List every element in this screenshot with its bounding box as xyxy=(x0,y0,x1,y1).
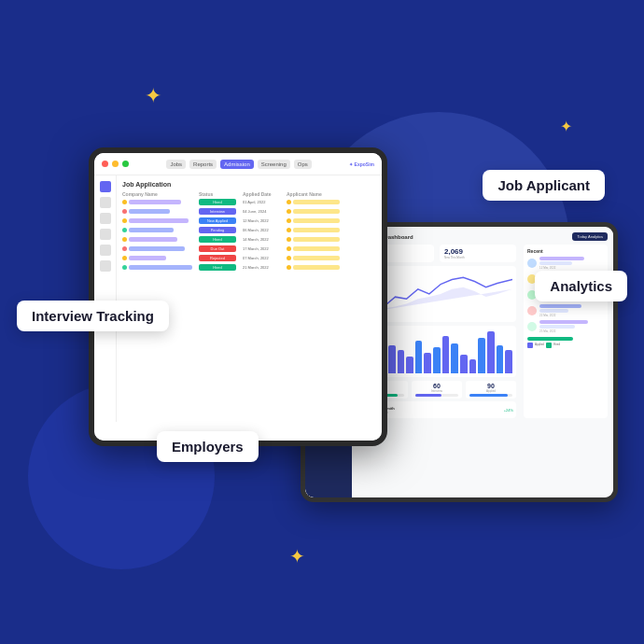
rp-row-4: 22 Mar, 2022 xyxy=(527,304,604,317)
callout-interview-tracking: Interview Tracking xyxy=(17,301,169,331)
name-bar-2 xyxy=(293,218,340,223)
star-top-right: ✦ xyxy=(560,119,572,134)
main-t1: Job Application Company Name Status Appl… xyxy=(117,175,382,422)
table-rows: Hired 01 April, 2022 Interview 04 June, … xyxy=(122,199,376,271)
th-applicant: Applicant Name xyxy=(287,191,343,197)
table-row: New Applied 12 March, 2022 xyxy=(122,217,376,224)
bar-10 xyxy=(451,343,458,373)
callout-interview-text: Interview Tracking xyxy=(32,308,154,324)
table-row: Due Out 17 March, 2022 xyxy=(122,245,376,252)
callout-employers-text: Employers xyxy=(172,439,244,455)
bar-9 xyxy=(442,336,450,373)
date-7: 21 March, 2022 xyxy=(243,265,285,270)
table-row: Hired 14 March, 2022 xyxy=(122,236,376,243)
main-t2: Analytics Dashboard Today Analytics 6,78… xyxy=(352,227,613,497)
bar-15 xyxy=(497,345,504,373)
nav-screening[interactable]: Screening xyxy=(258,160,290,169)
cell-name-1 xyxy=(287,209,343,214)
tab-bar-t1: Jobs Reports Admission Screening Ops ✦ E… xyxy=(94,153,382,175)
date-3: 06 March, 2022 xyxy=(243,228,285,232)
stat-new: 2,069 New This Month xyxy=(440,245,516,262)
bar-12 xyxy=(469,359,477,373)
bar-13 xyxy=(478,338,485,373)
cell-name-4 xyxy=(287,237,343,242)
sidebar-t1 xyxy=(94,175,117,422)
th-status: Status xyxy=(199,191,241,197)
sidebar-icon-4 xyxy=(100,229,111,240)
tablet-job-application: Jobs Reports Admission Screening Ops ✦ E… xyxy=(89,147,387,446)
sidebar-icon-5 xyxy=(100,245,111,256)
table-row: Interview 04 June, 2024 xyxy=(122,208,376,215)
company-dot-4 xyxy=(122,237,127,242)
bar-8 xyxy=(433,347,441,373)
cell-company-7 xyxy=(122,265,197,270)
cell-company-1 xyxy=(122,209,197,214)
date-6: 07 March, 2022 xyxy=(243,256,285,260)
table-row: Hired 01 April, 2022 xyxy=(122,199,376,205)
nav-jobs[interactable]: Jobs xyxy=(166,160,186,169)
name-dot-3 xyxy=(287,228,291,232)
bstat-interview-lbl: Interview xyxy=(415,389,458,393)
status-0: Hired xyxy=(199,199,236,205)
indicator-legend: Applied Hired xyxy=(527,343,604,348)
name-dot-5 xyxy=(287,246,291,251)
cell-name-7 xyxy=(287,265,343,270)
company-dot-1 xyxy=(122,209,127,214)
bar-3 xyxy=(388,345,396,373)
nav-reports[interactable]: Reports xyxy=(189,160,217,169)
date-0: 01 April, 2022 xyxy=(243,200,285,204)
company-bar-3 xyxy=(129,228,174,232)
tl-yellow xyxy=(112,161,119,167)
company-dot-3 xyxy=(122,228,127,232)
bstat-applied: 90 Applied xyxy=(466,381,516,399)
company-dot-2 xyxy=(122,218,127,223)
name-dot-7 xyxy=(287,265,291,270)
company-dot-7 xyxy=(122,265,127,270)
company-dot-5 xyxy=(122,246,127,251)
name-bar-3 xyxy=(293,228,340,232)
name-dot-2 xyxy=(287,218,291,223)
stat-new-val: 2,069 xyxy=(444,247,511,256)
name-dot-1 xyxy=(287,209,291,214)
status-6: Rejected xyxy=(199,255,236,261)
company-bar-2 xyxy=(129,218,189,223)
company-bar-1 xyxy=(129,209,170,214)
nav-ops[interactable]: Ops xyxy=(294,160,312,169)
name-bar-5 xyxy=(293,246,340,251)
name-dot-4 xyxy=(287,237,291,242)
emp-info-1: John Smith Senior Dev xyxy=(374,406,501,414)
legend-text-2: Hired xyxy=(553,343,560,348)
table-header: Company Name Status Applied Date Applica… xyxy=(122,191,376,197)
rp-avatar-5 xyxy=(527,322,537,331)
cell-company-6 xyxy=(122,256,197,260)
analytics-header: Analytics Dashboard Today Analytics xyxy=(357,232,608,241)
sidebar-icon-2 xyxy=(100,197,111,208)
star-bottom: ✦ xyxy=(289,547,305,566)
status-2: New Applied xyxy=(199,217,236,224)
cell-company-0 xyxy=(122,200,197,204)
sidebar-icon-3 xyxy=(100,213,111,224)
status-4: Hired xyxy=(199,236,236,243)
status-1: Interview xyxy=(199,208,236,215)
name-bar-6 xyxy=(293,256,340,260)
legend-dot-1 xyxy=(527,343,533,348)
cell-company-3 xyxy=(122,228,197,232)
sidebar-icon-1 xyxy=(100,181,111,192)
bar-7 xyxy=(424,353,431,373)
callout-employers: Employers xyxy=(157,431,259,462)
name-dot-0 xyxy=(287,200,291,204)
th-company: Company Name xyxy=(122,191,197,197)
bar-4 xyxy=(398,350,405,373)
bstat-interview-val: 60 xyxy=(415,383,458,389)
cell-company-5 xyxy=(122,246,197,251)
cell-name-5 xyxy=(287,246,343,251)
name-bar-7 xyxy=(293,265,340,270)
bstat-interview: 60 Interview xyxy=(412,381,462,399)
nav-admission[interactable]: Admission xyxy=(220,160,254,169)
callout-analytics-text: Analytics xyxy=(550,278,612,294)
cell-name-6 xyxy=(287,256,343,260)
date-5: 17 March, 2022 xyxy=(243,246,285,251)
analytics-btn[interactable]: Today Analytics xyxy=(572,232,608,241)
emp-role-1: Senior Dev xyxy=(374,411,501,414)
status-7: Hired xyxy=(199,264,236,271)
